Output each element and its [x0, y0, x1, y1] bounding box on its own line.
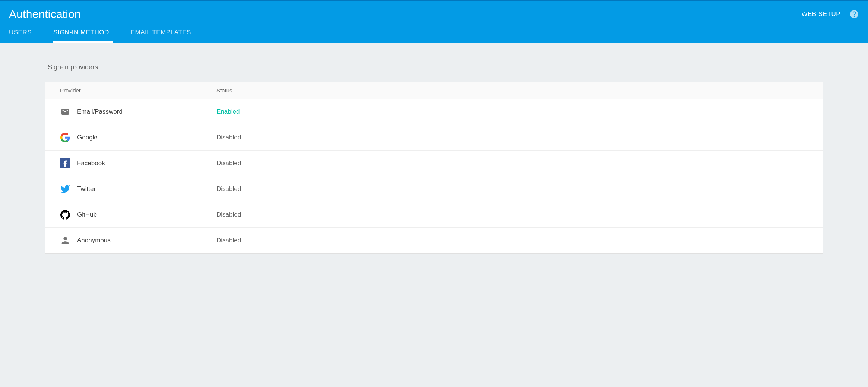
provider-row-facebook[interactable]: Facebook Disabled	[45, 151, 823, 176]
provider-cell: Email/Password	[60, 107, 216, 117]
facebook-icon	[60, 158, 70, 169]
twitter-icon	[60, 184, 70, 194]
provider-name: Google	[77, 134, 98, 141]
help-icon[interactable]	[849, 9, 859, 19]
page-title: Authentication	[9, 8, 81, 21]
tab-users[interactable]: USERS	[9, 23, 35, 43]
provider-status: Enabled	[216, 108, 240, 116]
anonymous-icon	[60, 235, 70, 246]
header-top: Authentication WEB SETUP	[0, 1, 868, 23]
github-icon	[60, 210, 70, 220]
email-icon	[60, 107, 70, 117]
provider-status: Disabled	[216, 185, 241, 193]
provider-name: GitHub	[77, 211, 97, 218]
provider-row-email[interactable]: Email/Password Enabled	[45, 99, 823, 125]
provider-cell: Anonymous	[60, 235, 216, 246]
provider-status: Disabled	[216, 237, 241, 244]
provider-status: Disabled	[216, 160, 241, 167]
provider-status: Disabled	[216, 211, 241, 218]
provider-status: Disabled	[216, 134, 241, 141]
provider-cell: Twitter	[60, 184, 216, 194]
provider-cell: Google	[60, 132, 216, 143]
provider-name: Anonymous	[77, 237, 111, 244]
provider-row-github[interactable]: GitHub Disabled	[45, 202, 823, 228]
provider-name: Facebook	[77, 160, 105, 167]
provider-name: Email/Password	[77, 108, 123, 116]
provider-name: Twitter	[77, 185, 96, 193]
provider-cell: Facebook	[60, 158, 216, 169]
providers-card: Provider Status Email/Password Enabled	[45, 82, 823, 254]
content: Sign-in providers Provider Status Email/…	[0, 43, 868, 274]
provider-cell: GitHub	[60, 210, 216, 220]
column-header-status: Status	[216, 87, 232, 94]
provider-row-anonymous[interactable]: Anonymous Disabled	[45, 228, 823, 253]
tab-email-templates[interactable]: EMAIL TEMPLATES	[131, 23, 195, 43]
header-actions: WEB SETUP	[801, 9, 859, 19]
table-header: Provider Status	[45, 82, 823, 99]
section-title: Sign-in providers	[45, 63, 823, 71]
provider-row-twitter[interactable]: Twitter Disabled	[45, 176, 823, 202]
google-icon	[60, 132, 70, 143]
tab-sign-in-method[interactable]: SIGN-IN METHOD	[53, 23, 113, 43]
web-setup-button[interactable]: WEB SETUP	[801, 10, 840, 18]
column-header-provider: Provider	[60, 87, 216, 94]
header: Authentication WEB SETUP USERS SIGN-IN M…	[0, 0, 868, 43]
tabs: USERS SIGN-IN METHOD EMAIL TEMPLATES	[0, 23, 868, 43]
provider-row-google[interactable]: Google Disabled	[45, 125, 823, 151]
